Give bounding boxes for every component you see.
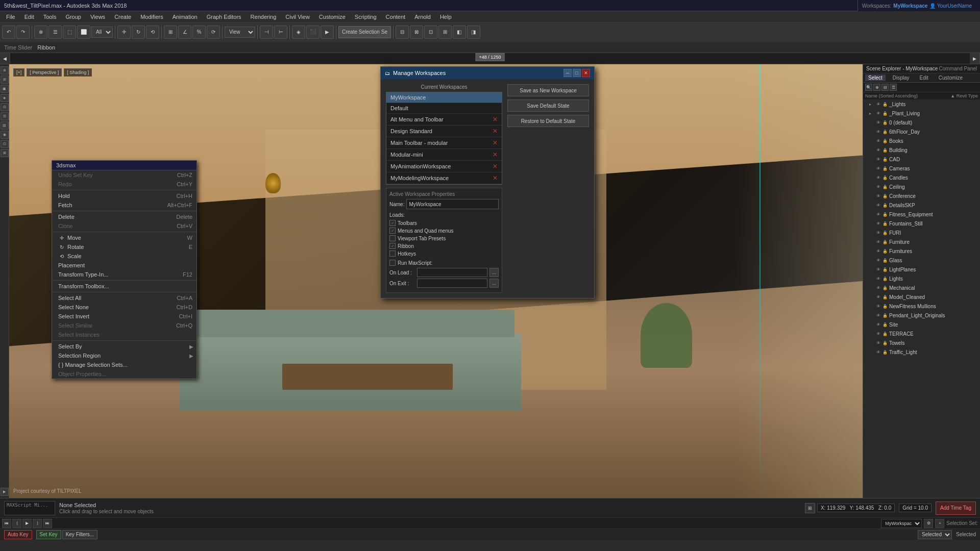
left-tool-1[interactable]: ⊕ [1,66,9,74]
select-by-name-button[interactable]: ☰ [48,26,62,39]
workspace-item-design-standard[interactable]: Design Standard✕ [386,126,502,137]
visibility-icon-9[interactable]: 👁 [875,184,881,190]
menu-content[interactable]: Content [382,13,410,21]
tree-item[interactable]: 👁🔒Lights [863,274,980,283]
go-start-btn[interactable]: ⏮ [2,519,11,528]
viewport-shading[interactable]: [ Shading ] [64,68,92,77]
on-load-input[interactable] [417,268,487,277]
visibility-icon-1[interactable]: 👁 [875,110,881,116]
lock-icon-24[interactable]: 🔒 [882,321,888,328]
left-tool-9[interactable]: ⊡ [1,140,9,148]
create-selection-button[interactable]: Create Selection Se [338,26,391,38]
ctx-item-selection-region[interactable]: Selection Region▶ [52,351,197,360]
tab-display[interactable]: Display [890,74,913,81]
menu-arnold[interactable]: Arnold [410,13,435,21]
toolbar-btn-extra1[interactable]: ⊟ [396,26,409,39]
lock-icon-4[interactable]: 🔒 [882,138,888,144]
menu-animation[interactable]: Animation [168,13,202,21]
load-checkbox-ribbon[interactable]: ✓ [389,243,396,249]
lock-icon-26[interactable]: 🔒 [882,340,888,346]
menu-customize[interactable]: Customize [315,13,350,21]
tree-expand-1[interactable]: ▸ [869,111,874,116]
workspace-btn2[interactable]: + [935,519,944,528]
lock-icon-17[interactable]: 🔒 [882,257,888,263]
ctx-item-scale[interactable]: ⟲Scale [52,252,197,261]
percent-snap[interactable]: % [192,26,206,39]
workspace-item-main-toolbar---modular[interactable]: Main Toolbar - modular✕ [386,137,502,149]
timeline-prev[interactable]: ◀ [0,53,10,64]
tree-item[interactable]: 👁🔒Cameras [863,164,980,173]
workspace-item-alt-menu-and-toolbar[interactable]: Alt Menu and Toolbar✕ [386,114,502,126]
on-exit-input[interactable] [417,279,487,288]
visibility-icon-23[interactable]: 👁 [875,312,881,318]
workspace-item-modular-mini[interactable]: Modular-mini✕ [386,149,502,161]
toolbar-btn-extra6[interactable]: ◨ [467,26,480,39]
workspace-item-myanimationworkspace[interactable]: MyAnimationWorkspace✕ [386,161,502,172]
render-button[interactable]: ▶ [321,26,334,39]
toolbar-btn-extra3[interactable]: ⊡ [424,26,437,39]
menu-group[interactable]: Group [61,13,85,21]
undo-button[interactable]: ↶ [2,26,15,39]
visibility-icon-8[interactable]: 👁 [875,174,881,181]
visibility-icon-13[interactable]: 👁 [875,220,881,227]
ctx-item-transform-type-in[interactable]: Transform Type-In...F12 [52,270,197,279]
ws-delete-5[interactable]: ✕ [493,151,498,158]
rotate-button[interactable]: ↻ [132,26,145,39]
load-checkbox-hotkeys[interactable] [389,251,396,257]
selected-dropdown[interactable]: Selected [918,530,952,539]
tree-item[interactable]: 👁🔒Traffic_Light [863,347,980,357]
mw-minimize[interactable]: ─ [564,69,572,77]
menu-modifiers[interactable]: Modifiers [136,13,167,21]
visibility-icon-22[interactable]: 👁 [875,303,881,309]
filter-dropdown[interactable]: All [91,27,113,38]
ws-delete-7[interactable]: ✕ [493,174,498,182]
left-tool-5[interactable]: ⊟ [1,103,9,111]
tree-item[interactable]: 👁🔒Fitness_Equipment [863,210,980,219]
align-button[interactable]: ⊣ [260,26,273,39]
left-tool-2[interactable]: ⊞ [1,76,9,84]
add-time-tag-btn[interactable]: Add Time Tag [936,502,976,515]
ctx-item-hold[interactable]: HoldCtrl+H [52,191,197,201]
next-key-btn[interactable]: ⟩ [33,519,42,528]
mw-maximize[interactable]: □ [573,69,581,77]
menu-civil-view[interactable]: Civil View [281,13,313,21]
on-load-browse[interactable]: ... [489,268,499,277]
lock-icon-23[interactable]: 🔒 [882,312,888,318]
menu-help[interactable]: Help [436,13,456,21]
visibility-icon-11[interactable]: 👁 [875,202,881,208]
se-toolbar-btn3[interactable]: ⊟ [881,84,889,91]
coord-mode-btn[interactable]: ⊞ [805,503,815,513]
se-toolbar-btn1[interactable]: 🔍 [865,84,872,91]
select-object-button[interactable]: ⊕ [34,26,47,39]
redo-button[interactable]: ↷ [16,26,30,39]
visibility-icon-3[interactable]: 👁 [875,129,881,135]
visibility-icon-25[interactable]: 👁 [875,331,881,337]
visibility-icon-6[interactable]: 👁 [875,156,881,162]
workspace-select[interactable]: MyWorkspace [881,519,922,528]
tree-item[interactable]: 👁🔒0 (default) [863,118,980,127]
ws-delete-6[interactable]: ✕ [493,163,498,170]
visibility-icon-16[interactable]: 👁 [875,248,881,254]
toolbar-btn-extra5[interactable]: ◧ [453,26,466,39]
lock-icon-13[interactable]: 🔒 [882,220,888,227]
lock-icon-6[interactable]: 🔒 [882,156,888,162]
lock-icon-21[interactable]: 🔒 [882,294,888,300]
play-btn[interactable]: ▶ [22,519,32,528]
material-editor-button[interactable]: ◈ [292,26,305,39]
tree-item[interactable]: ▸👁🔒_Plant_Living [863,109,980,118]
tree-item[interactable]: 👁🔒Candles [863,173,980,182]
timeline-track[interactable]: +48 / 1250 [10,53,970,64]
ctx-item-move[interactable]: ✛MoveW [52,233,197,242]
restore-default-btn[interactable]: Restore to Default State [507,115,589,127]
tree-item[interactable]: 👁🔒Mechanical [863,283,980,292]
workspace-item-mymodelingworkspace[interactable]: MyModelingWorkspace✕ [386,172,502,184]
tree-item[interactable]: 👁🔒Towels [863,338,980,347]
visibility-icon-27[interactable]: 👁 [875,349,881,355]
mirror-button[interactable]: ⊢ [274,26,287,39]
tree-item[interactable]: 👁🔒Glass [863,256,980,265]
snap-toggle[interactable]: ⊞ [164,26,177,39]
save-default-btn[interactable]: Save Default State [507,99,589,112]
tree-item[interactable]: ▸👁🔒_Lights [863,99,980,109]
menu-rendering[interactable]: Rendering [247,13,281,21]
load-checkbox-menus-and-quad-menus[interactable]: ✓ [389,228,396,234]
